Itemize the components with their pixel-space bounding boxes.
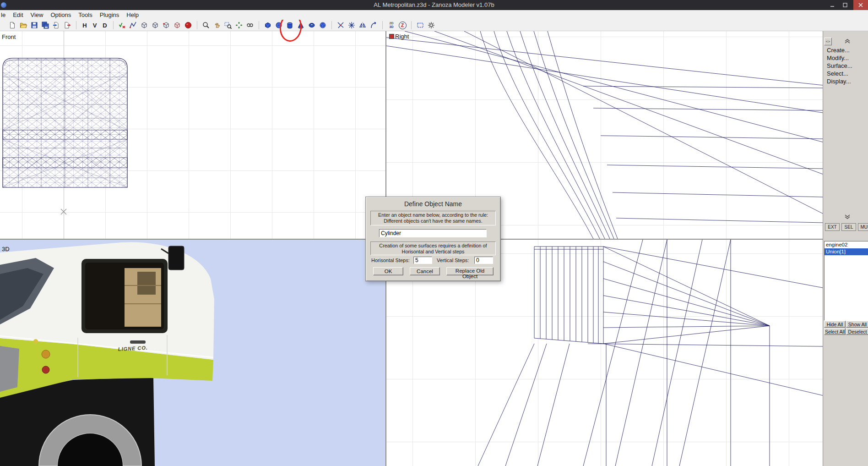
show-all-button[interactable]: Show All	[846, 321, 868, 328]
deselect-button[interactable]: Deselect	[846, 328, 868, 335]
select-marquee-icon[interactable]	[416, 21, 424, 30]
vertical-steps-label: Vertical Steps:	[437, 258, 469, 263]
zoom-window-icon[interactable]	[224, 21, 232, 30]
replace-old-object-button[interactable]: Replace Old Object	[446, 267, 494, 275]
object-item[interactable]: engine02	[825, 241, 868, 248]
viewport-label-right[interactable]: Right	[395, 33, 409, 40]
primitive-torus-icon[interactable]	[308, 21, 316, 30]
open-file-icon[interactable]	[19, 21, 27, 30]
mode-buttons: EXT SEL MUL	[825, 223, 868, 231]
minimize-icon	[830, 3, 835, 7]
viewport-icon-right[interactable]	[389, 34, 394, 39]
zoom-selected-icon[interactable]	[246, 21, 254, 30]
object-item-selected[interactable]: Union[1]	[825, 248, 868, 255]
textured-cube-icon[interactable]	[173, 21, 181, 30]
toolbar-separator	[113, 21, 114, 29]
dialog-rule-line2: Different objects can't have the same na…	[371, 218, 495, 224]
menu-help[interactable]: Help	[123, 11, 142, 19]
menu-options[interactable]: Options	[47, 11, 75, 19]
maximize-button[interactable]	[840, 0, 851, 10]
settings-gear-icon[interactable]	[427, 21, 435, 30]
toolbar: H V D 2D3D Z	[0, 20, 868, 31]
menu-tools[interactable]: Tools	[75, 11, 96, 19]
zoom-icon[interactable]	[202, 21, 210, 30]
panel-menu-modify[interactable]: Modify...	[827, 55, 866, 62]
shaded-cube-icon[interactable]	[151, 21, 159, 30]
viewport-front[interactable]: Front	[0, 31, 385, 239]
new-file-icon[interactable]	[8, 21, 16, 30]
vertical-steps-input[interactable]	[474, 257, 493, 264]
toolbar-separator	[411, 21, 412, 29]
primitive-box-icon[interactable]	[264, 21, 272, 30]
panel-menu-select[interactable]: Select...	[827, 70, 866, 78]
select-all-button[interactable]: Select All	[824, 328, 846, 335]
viewport-label-front[interactable]: Front	[2, 33, 16, 40]
object-name-input[interactable]	[379, 229, 487, 237]
panel-corner-button[interactable]: <>	[824, 38, 832, 45]
mirror-tool-icon[interactable]	[358, 21, 367, 30]
menu-file[interactable]: le	[0, 11, 9, 19]
view-d-button[interactable]: D	[101, 21, 108, 30]
collapse-up-icon[interactable]	[844, 39, 851, 44]
panel-corner-glyph: <>	[826, 39, 830, 44]
cancel-button[interactable]: Cancel	[410, 267, 440, 275]
primitive-cylinder-icon[interactable]	[286, 21, 294, 30]
toolbar-separator	[331, 21, 332, 29]
local-axis-button[interactable]: Z	[398, 21, 407, 30]
wire-cube-icon[interactable]	[140, 21, 148, 30]
expand-down-icon[interactable]	[844, 214, 851, 219]
panel-menu-create[interactable]: Create...	[827, 47, 866, 55]
hide-all-button[interactable]: Hide All	[824, 321, 846, 328]
toggle-marks-icon[interactable]	[118, 21, 126, 30]
export-icon[interactable]	[63, 21, 71, 30]
panel-menu-display[interactable]: Display...	[827, 78, 866, 86]
panel-menu: Create... Modify... Surface... Select...…	[827, 47, 866, 86]
axes-tool-icon[interactable]	[347, 21, 356, 30]
save-all-icon[interactable]	[41, 21, 49, 30]
primitive-sphere-icon[interactable]	[275, 21, 283, 30]
mode-2d3d-button[interactable]: 2D3D	[387, 21, 396, 30]
view-v-button[interactable]: V	[91, 21, 98, 30]
ok-button[interactable]: OK	[373, 267, 403, 275]
polyline-tool-icon[interactable]	[129, 21, 137, 30]
menu-edit[interactable]: Edit	[9, 11, 27, 19]
dialog-steps-box: Creation of some surfaces requires a def…	[370, 241, 496, 255]
bend-tool-icon[interactable]	[369, 21, 378, 30]
truck-render: LIGNE CO.	[0, 240, 385, 466]
toolbar-separator	[259, 21, 259, 29]
dialog-steps-line2: Horisontal and Vertical steps	[371, 249, 495, 255]
maximize-icon	[843, 3, 847, 7]
menubar: le Edit View Options Tools Plugins Help	[0, 10, 868, 20]
dialog-steps-line1: Creation of some surfaces requires a def…	[371, 243, 495, 249]
primitive-cone-icon[interactable]	[297, 21, 305, 30]
import-icon[interactable]	[52, 21, 60, 30]
viewport-label-3d[interactable]: 3D	[2, 246, 10, 252]
render-sphere-icon[interactable]	[184, 21, 192, 30]
zoom-extents-icon[interactable]	[235, 21, 243, 30]
sel-mode-button[interactable]: SEL	[841, 223, 856, 231]
window-title: AL Metropolitan.z3d - Zanoza Modeler v1.…	[0, 0, 868, 10]
minimize-button[interactable]	[827, 0, 838, 10]
toolbar-separator	[382, 21, 383, 29]
toolbar-separator	[76, 21, 76, 29]
menu-plugins[interactable]: Plugins	[96, 11, 123, 19]
view-h-button[interactable]: H	[81, 21, 88, 30]
ext-mode-button[interactable]: EXT	[825, 223, 840, 231]
vertex-cube-icon[interactable]	[162, 21, 170, 30]
object-actions: Hide All Show All Select All Deselect	[824, 321, 868, 335]
object-list[interactable]: engine02 Union[1]	[824, 241, 868, 321]
horizontal-steps-input[interactable]	[413, 257, 432, 264]
panel-menu-surface[interactable]: Surface...	[827, 62, 866, 70]
dialog-rule-box: Enter an object name below, according to…	[370, 211, 496, 225]
front-wireframe	[0, 31, 385, 239]
menu-view[interactable]: View	[27, 11, 47, 19]
close-button[interactable]	[853, 0, 868, 10]
mul-mode-button[interactable]: MUL	[858, 223, 868, 231]
save-icon[interactable]	[30, 21, 38, 30]
define-object-name-dialog: Define Object Name Enter an object name …	[365, 197, 501, 281]
attach-tool-icon[interactable]	[336, 21, 345, 30]
pan-hand-icon[interactable]	[213, 21, 221, 30]
viewport-3d[interactable]: LIGNE CO. 3D	[0, 240, 385, 466]
close-icon	[858, 3, 863, 7]
primitive-geosphere-icon[interactable]	[319, 21, 327, 30]
